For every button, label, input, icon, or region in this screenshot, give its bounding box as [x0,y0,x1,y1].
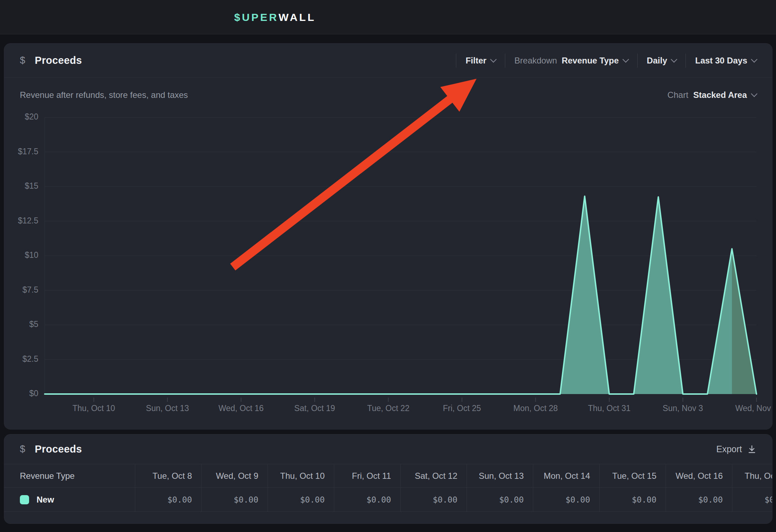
column-header-revenue-type: Revenue Type [4,464,135,488]
row-label-cell: New [4,488,135,512]
x-axis-tick-label: Sun, Nov 3 [663,404,703,413]
dollar-icon: $ [20,55,25,66]
page: $UPERWALL $ Proceeds Filter Breakdown Re… [0,0,776,532]
x-axis-tick-label: Thu, Oct 31 [588,404,631,413]
value-cell: $0.00 [135,488,201,512]
value-cell: $0.00 [400,488,467,512]
export-label: Export [716,444,742,454]
download-icon [747,445,756,454]
x-axis-tick-label: Fri, Oct 25 [443,404,481,413]
y-axis-tick-label: $5 [29,320,38,329]
breakdown-value: Revenue Type [562,56,619,66]
legend-swatch-icon [20,495,29,504]
column-header-date: Sun, Oct 13 [467,464,533,488]
chart-type-value: Stacked Area [693,90,747,100]
table-card-header: $ Proceeds Export [4,434,772,464]
proceeds-table-card: $ Proceeds Export Revenue TypeTue, Oct 8… [4,434,772,524]
column-header-date: Tue, Oct 8 [135,464,201,488]
value-cell: $0.00 [666,488,732,512]
value-cell: $0.00 [599,488,666,512]
logo-accent: $UPER [234,11,279,23]
y-axis-tick-label: $2.5 [22,354,38,364]
chart-sub-row: Revenue after refunds, store fees, and t… [4,79,772,111]
breakdown-dropdown[interactable]: Breakdown Revenue Type [505,56,637,66]
value-cell: $0.00 [467,488,533,512]
x-axis-tick-label: Sun, Oct 13 [146,404,189,413]
y-axis-tick-label: $10 [25,250,38,260]
column-header-date: Tue, Oct 15 [599,464,666,488]
logo-rest: WALL [279,11,316,23]
y-axis-tick-label: $7.5 [22,285,38,294]
filter-dropdown[interactable]: Filter [456,56,505,66]
y-axis-tick-label: $0 [29,389,38,398]
chart-subtitle: Revenue after refunds, store fees, and t… [20,90,188,100]
column-header-date: Wed, Oct 16 [666,464,732,488]
filter-label: Filter [466,56,486,66]
y-axis-tick-label: $12.5 [18,216,38,225]
x-axis-tick-label: Wed, Oct 16 [219,404,264,413]
chart-controls: Filter Breakdown Revenue Type Daily Last… [456,54,756,68]
y-axis-tick-label: $20 [25,112,38,121]
chevron-down-icon [751,90,757,97]
y-axis-tick-label: $15 [25,181,38,190]
column-header-date: Fri, Oct 11 [334,464,400,488]
export-button[interactable]: Export [716,444,756,454]
interval-dropdown[interactable]: Daily [638,56,686,66]
column-header-date: Thu, Oct 17 [732,464,772,488]
column-header-date: Wed, Oct 9 [201,464,268,488]
value-cell: $0.00 [201,488,268,512]
dollar-icon: $ [20,444,25,455]
table-row: New$0.00$0.00$0.00$0.00$0.00$0.00$0.00$0… [4,488,772,512]
column-header-date: Mon, Oct 14 [533,464,599,488]
chart-type-dropdown[interactable]: Chart Stacked Area [667,90,756,100]
table-card-title: Proceeds [35,443,82,455]
x-axis-tick-label: Mon, Oct 28 [513,404,558,413]
value-cell: $0.00 [533,488,599,512]
chart-card-header: $ Proceeds Filter Breakdown Revenue Type… [4,44,772,78]
revenue-table: Revenue TypeTue, Oct 8Wed, Oct 9Thu, Oct… [4,464,772,512]
proceeds-chart-card: $ Proceeds Filter Breakdown Revenue Type… [4,43,772,430]
date-range-value: Last 30 Days [695,56,747,66]
value-cell: $0.00 [268,488,334,512]
value-cell: $0.00 [732,488,772,512]
interval-value: Daily [647,56,667,66]
superwall-logo[interactable]: $UPERWALL [234,0,316,34]
x-axis-tick-label: Sat, Oct 19 [294,404,335,413]
date-range-dropdown[interactable]: Last 30 Days [686,56,756,66]
table-header-row: Revenue TypeTue, Oct 8Wed, Oct 9Thu, Oct… [4,464,772,488]
chart-type-label: Chart [667,90,688,100]
chevron-down-icon [622,56,629,62]
value-cell: $0.00 [334,488,400,512]
column-header-date: Sat, Oct 12 [400,464,467,488]
chevron-down-icon [751,56,757,62]
x-axis-tick-label: Thu, Oct 10 [72,404,115,413]
chevron-down-icon [490,56,496,62]
row-label: New [37,495,54,505]
x-axis-tick-label: Wed, Nov 6 [735,404,772,413]
column-header-date: Thu, Oct 10 [268,464,334,488]
chevron-down-icon [671,56,677,62]
chart-card-title: Proceeds [35,55,82,66]
breakdown-label: Breakdown [514,56,557,66]
topbar: $UPERWALL [0,0,776,34]
y-axis-tick-label: $17.5 [18,147,38,156]
x-axis-tick-label: Tue, Oct 22 [367,404,409,413]
